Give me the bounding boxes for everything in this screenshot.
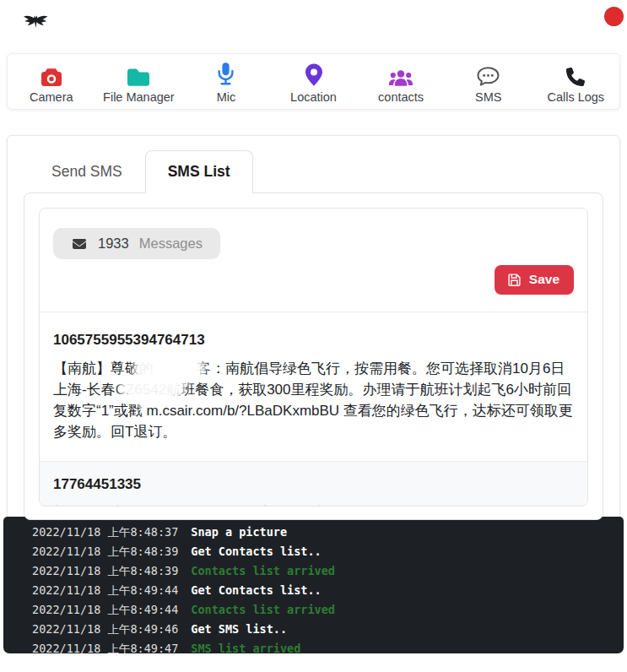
sms-message-body: 【南航】尊敬的 客：南航倡导绿色飞行，按需用餐。您可选择取消10月6日上海-长春… xyxy=(53,358,574,442)
message-count-badge: 1933 Messages xyxy=(53,228,220,259)
log-line: 2022/11/18 上午8:48:39Get Contacts list.. xyxy=(32,542,624,561)
log-message: SMS list arrived xyxy=(191,642,300,653)
connection-status-dot xyxy=(604,7,624,26)
sms-message-row: 17764451335 尊敬的客户，近期不法分子频繁对国内用户拨打诈骗电话，发送… xyxy=(40,461,587,507)
log-timestamp: 2022/11/18 上午8:49:44 xyxy=(32,603,178,616)
log-timestamp: 2022/11/18 上午8:48:39 xyxy=(32,545,178,558)
log-timestamp: 2022/11/18 上午8:49:46 xyxy=(32,622,178,636)
sms-message-row: 1065755955394764713 【南航】尊敬的 客：南航倡导绿色飞行，按… xyxy=(40,312,587,461)
save-row: Save xyxy=(53,265,574,295)
envelope-icon xyxy=(71,237,88,251)
tab-sms-list[interactable]: SMS List xyxy=(145,150,253,193)
log-line: 2022/11/18 上午8:49:46Get SMS list.. xyxy=(32,620,624,639)
toolbar-label-contacts: contacts xyxy=(378,90,424,104)
sms-message-body: 尊敬的客户，近期不法分子频繁对国内用户拨打诈骗电话，发送诈骗短信，为避 xyxy=(53,502,574,507)
top-bar xyxy=(0,0,627,47)
map-marker-icon xyxy=(305,62,322,86)
microphone-icon xyxy=(217,62,235,86)
toolbar-item-contacts[interactable]: contacts xyxy=(357,60,445,104)
save-button[interactable]: Save xyxy=(495,265,574,295)
toolbar-item-sms[interactable]: SMS xyxy=(445,60,532,104)
sms-bubble-icon xyxy=(477,62,500,86)
sms-message-list[interactable]: 1065755955394764713 【南航】尊敬的 客：南航倡导绿色飞行，按… xyxy=(40,312,587,507)
log-line: 2022/11/18 上午8:49:47SMS list arrived xyxy=(32,639,624,653)
floppy-disk-icon xyxy=(507,273,522,287)
toolbar-label-camera: Camera xyxy=(30,90,73,104)
toolbar-item-file-manager[interactable]: File Manager xyxy=(95,60,183,104)
log-line: 2022/11/18 上午8:49:44Contacts list arrive… xyxy=(32,600,624,620)
toolbar-label-calls-logs: Calls Logs xyxy=(547,90,604,104)
sms-sender-number: 1065755955394764713 xyxy=(53,332,574,349)
log-message: Get Contacts list.. xyxy=(191,583,321,597)
log-line: 2022/11/18 上午8:49:44Get Contacts list.. xyxy=(32,581,624,600)
phone-icon xyxy=(566,62,585,86)
eagle-logo-icon xyxy=(22,13,49,35)
messages-card-header: 1933 Messages Save xyxy=(40,209,587,312)
log-message: Contacts list arrived xyxy=(191,603,335,616)
toolbar-item-mic[interactable]: Mic xyxy=(182,60,270,104)
feature-toolbar: Camera File Manager Mic Location xyxy=(7,53,620,110)
toolbar-label-sms: SMS xyxy=(475,90,501,104)
users-icon xyxy=(389,62,413,86)
log-timestamp: 2022/11/18 上午8:48:39 xyxy=(32,564,178,577)
message-count: 1933 xyxy=(98,236,129,252)
log-message: Snap a picture xyxy=(191,525,287,539)
toolbar-item-camera[interactable]: Camera xyxy=(8,60,95,104)
sms-tabs: Send SMS SMS List xyxy=(8,136,619,192)
log-timestamp: 2022/11/18 上午8:48:37 xyxy=(32,525,178,539)
toolbar-item-location[interactable]: Location xyxy=(270,60,358,104)
activity-log-terminal[interactable]: 2022/11/18 上午8:48:37Snap a picture 2022/… xyxy=(3,517,624,653)
log-timestamp: 2022/11/18 上午8:49:47 xyxy=(32,642,178,653)
sms-sender-number: 17764451335 xyxy=(53,476,574,493)
log-line: 2022/11/18 上午8:48:39Contacts list arrive… xyxy=(32,561,624,581)
sms-list-pane: 1933 Messages Save 1065 xyxy=(24,192,603,520)
sms-module-card: Send SMS SMS List 1933 Messages xyxy=(7,135,620,523)
toolbar-item-calls-logs[interactable]: Calls Logs xyxy=(532,60,619,104)
tab-send-sms[interactable]: Send SMS xyxy=(29,150,145,193)
log-timestamp: 2022/11/18 上午8:49:44 xyxy=(32,583,178,597)
toolbar-label-mic: Mic xyxy=(217,90,236,104)
messages-card: 1933 Messages Save 1065 xyxy=(39,208,588,507)
toolbar-label-file-manager: File Manager xyxy=(103,90,175,104)
save-button-label: Save xyxy=(529,272,559,287)
log-message: Get Contacts list.. xyxy=(191,545,321,558)
message-count-label: Messages xyxy=(139,236,203,252)
log-message: Get SMS list.. xyxy=(191,622,287,636)
toolbar-label-location: Location xyxy=(290,90,337,104)
folder-icon xyxy=(127,62,149,86)
log-message: Contacts list arrived xyxy=(191,564,335,577)
log-line: 2022/11/18 上午8:48:37Snap a picture xyxy=(32,523,624,542)
camera-icon xyxy=(41,62,62,86)
